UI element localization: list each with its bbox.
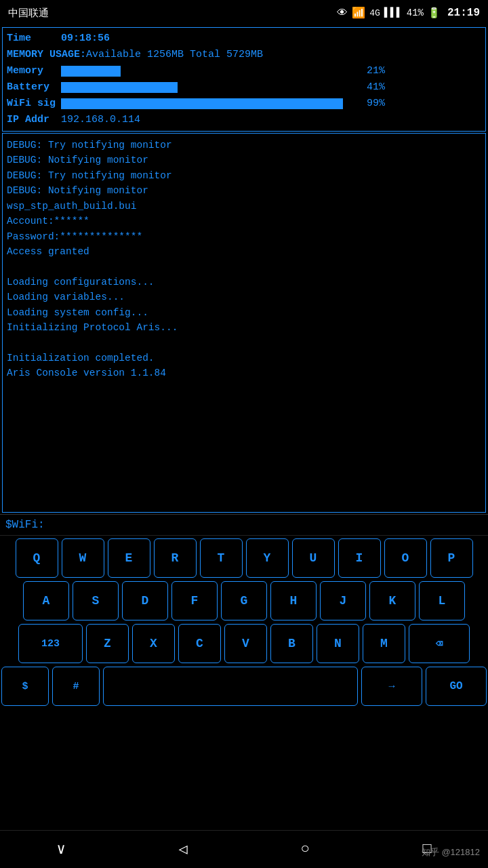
hash-key[interactable]: # [52,667,100,706]
space-key[interactable] [103,667,358,706]
nav-chevron-down[interactable]: ∨ [56,840,65,859]
key-c[interactable]: C [178,624,221,663]
terminal-line: DEBUG: Notifying monitor [7,183,481,198]
battery-bar-container [61,82,346,93]
key-b[interactable]: B [270,624,313,663]
key-m[interactable]: M [363,624,405,663]
memory-bar-container [61,66,346,77]
nav-back-button[interactable]: ◁ [178,840,187,859]
battery-row: Battery 41% [7,79,481,96]
mem-usage-row: MEMORY USAGE: Available 1256MB Total 572… [7,47,481,63]
wifi-percent: 99% [351,96,385,112]
key-w[interactable]: W [62,538,104,578]
terminal-line: Password:************** [7,229,481,244]
memory-row: Memory 21% [7,63,481,79]
keyboard-row-4: $ # → GO [1,667,487,706]
key-123[interactable]: 123 [18,624,83,663]
key-z[interactable]: Z [86,624,129,663]
clock: 21:19 [447,7,480,19]
keyboard: QWERTYUIOP ASDFGHJKL 123ZXCVBNM⌫ $ # → G… [0,535,488,712]
key-i[interactable]: I [338,538,381,578]
nav-bar: ∨ ◁ ○ □ 知乎 @121812 [0,830,488,868]
memory-label: Memory [7,63,61,79]
info-panel: Time 09:18:56 MEMORY USAGE: Available 12… [2,27,486,132]
status-right: 👁 📶 4G ▌▌▌ 41% 🔋 21:19 [337,6,480,20]
wifi-bar-fill [61,98,343,109]
mem-usage-label: MEMORY USAGE: [7,47,86,63]
battery-label: Battery [7,79,61,96]
terminal-line: Loading configurations... [7,275,481,290]
memory-bar-fill [61,66,121,77]
arrow-key[interactable]: → [361,667,422,706]
input-prompt: $WiFi: [5,519,45,531]
key-t[interactable]: T [200,538,243,578]
backspace-key[interactable]: ⌫ [409,624,470,663]
time-label: Time [7,31,61,47]
status-bar: 中国联通 👁 📶 4G ▌▌▌ 41% 🔋 21:19 [0,0,488,26]
terminal-line: DEBUG: Try notifying monitor [7,168,481,183]
key-y[interactable]: Y [246,538,289,578]
time-row: Time 09:18:56 [7,31,481,47]
key-v[interactable]: V [224,624,267,663]
ip-value: 192.168.0.114 [61,112,140,128]
key-p[interactable]: P [430,538,473,578]
key-j[interactable]: J [320,581,366,620]
carrier-text: 中国联通 [8,7,49,20]
key-r[interactable]: R [154,538,197,578]
key-s[interactable]: S [73,581,119,620]
key-a[interactable]: A [23,581,69,620]
terminal-line: Loading variables... [7,290,481,304]
key-d[interactable]: D [122,581,168,620]
terminal-line: Access granted [7,244,481,259]
battery-icon: 🔋 [428,7,441,20]
battery-percent-label: 41% [351,79,385,96]
key-h[interactable]: H [270,581,317,620]
key-x[interactable]: X [132,624,175,663]
terminal-output: DEBUG: Try notifying monitorDEBUG: Notif… [2,133,486,513]
dollar-key[interactable]: $ [1,667,49,706]
keyboard-row-2: ASDFGHJKL [1,581,487,620]
terminal-line: Loading system config... [7,305,481,320]
key-k[interactable]: K [369,581,415,620]
signal-icon: ▌▌▌ [384,7,403,19]
key-g[interactable]: G [221,581,267,620]
wifi-row: WiFi sig 99% [7,96,481,112]
zhihu-credit: 知乎 @121812 [422,846,480,859]
ip-label: IP Addr [7,112,61,128]
ip-row: IP Addr 192.168.0.114 [7,112,481,128]
terminal-line [7,336,481,351]
eye-icon: 👁 [337,7,348,20]
keyboard-row-1: QWERTYUIOP [1,538,487,578]
wifi-label: WiFi sig [7,96,61,112]
terminal-line: DEBUG: Notifying monitor [7,153,481,167]
key-l[interactable]: L [419,581,465,620]
terminal-line: wsp_stp_auth_build.bui [7,199,481,214]
input-line[interactable]: $WiFi: [0,514,488,535]
terminal-line: Aris Console version 1.1.84 [7,366,481,380]
key-f[interactable]: F [171,581,218,620]
key-o[interactable]: O [384,538,427,578]
network-type: 4G [369,8,380,18]
key-u[interactable]: U [292,538,335,578]
time-value: 09:18:56 [61,31,110,47]
terminal-line: Initializing Protocol Aris... [7,320,481,335]
key-n[interactable]: N [317,624,359,663]
mem-usage-value: Available 1256MB Total 5729MB [86,47,263,63]
keyboard-row-3: 123ZXCVBNM⌫ [1,624,487,663]
nav-home-button[interactable]: ○ [300,841,309,858]
wifi-icon: 📶 [352,6,365,20]
terminal-line [7,260,481,275]
terminal-line: DEBUG: Try notifying monitor [7,138,481,153]
battery-percent: 41% [407,7,424,18]
terminal-line: Account:****** [7,214,481,229]
go-key[interactable]: GO [426,667,487,706]
wifi-bar-container [61,98,346,109]
memory-percent: 21% [351,63,385,79]
key-e[interactable]: E [108,538,150,578]
terminal-line: Initialization completed. [7,351,481,366]
key-q[interactable]: Q [16,538,58,578]
battery-bar-fill [61,82,178,93]
